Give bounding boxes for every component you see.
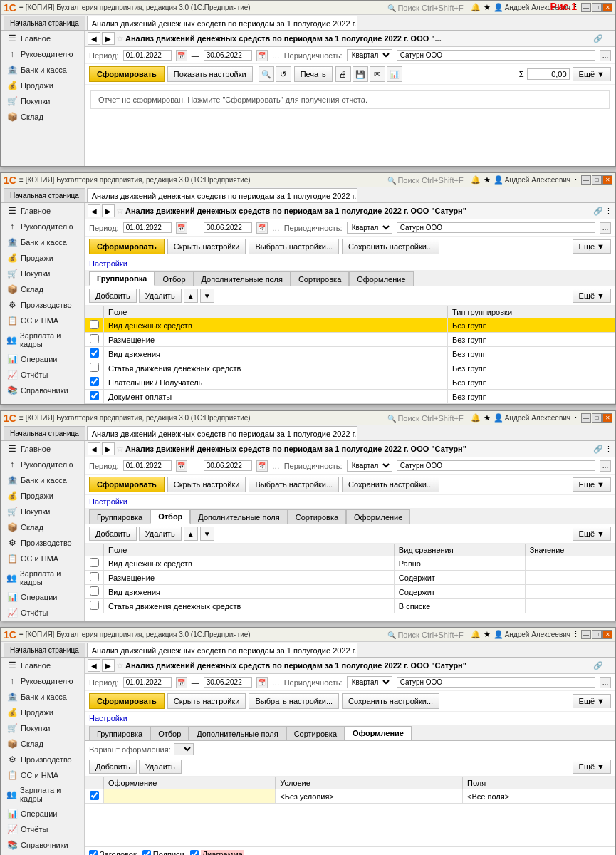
period-type-select-2[interactable]: Квартал	[347, 222, 392, 234]
date-from-4[interactable]	[123, 677, 172, 688]
sb3-glavnoe[interactable]: ☰Главное	[1, 441, 84, 457]
company-input-3[interactable]	[397, 460, 595, 471]
table-row[interactable]: Вид движения Без групп	[85, 347, 615, 361]
tab-grouping-3[interactable]: Группировка	[89, 509, 150, 524]
maximize-btn-2[interactable]: □	[592, 175, 602, 185]
up-btn-2[interactable]: ▲	[184, 289, 198, 303]
table-row[interactable]: Вид денежных средств Равно	[85, 556, 615, 571]
date-from-picker-1[interactable]: 📅	[176, 50, 187, 61]
sb2-zp[interactable]: 👥Зарплата и кадры	[1, 328, 84, 351]
save-settings-btn-3[interactable]: Сохранить настройки...	[342, 477, 439, 492]
table-row[interactable]: <Без условия> <Все поля>	[85, 789, 615, 804]
menu-dots-icon-2[interactable]: ⋮	[572, 175, 580, 185]
tab-design-2[interactable]: Оформление	[349, 271, 413, 286]
sb2-rukov[interactable]: ↑Руководителю	[1, 219, 84, 234]
back-btn-1[interactable]: ◀	[88, 32, 100, 45]
close-btn-3[interactable]: ✕	[602, 413, 612, 423]
star-fav-2[interactable]: ☆	[116, 206, 124, 216]
ellipsis-4[interactable]: …	[272, 678, 280, 687]
doc-tab-1[interactable]: Анализ движений денежных средств по пери…	[87, 16, 357, 30]
sidebar-item-glavnoe-1[interactable]: ☰ Главное	[1, 31, 84, 46]
choose-settings-btn-3[interactable]: Выбрать настройки...	[249, 477, 339, 492]
date-to-2[interactable]	[204, 222, 252, 233]
down-btn-2[interactable]: ▼	[200, 289, 214, 303]
sb4-rukov[interactable]: ↑Руководителю	[1, 673, 84, 689]
home-tab-2[interactable]: Начальная страница	[4, 188, 85, 202]
row2-check-2[interactable]	[85, 333, 104, 347]
save-settings-btn-4[interactable]: Сохранить настройки...	[342, 693, 439, 709]
search-area-1[interactable]: 🔍 Поиск Ctrl+Shift+F	[387, 4, 464, 12]
table-row[interactable]: Статья движения денежных средств В списк…	[85, 599, 615, 613]
esche-btn2-2[interactable]: Ещё ▼	[573, 289, 611, 303]
date-from-2[interactable]	[123, 222, 172, 233]
sidebar-item-rukov-1[interactable]: ↑ Руководителю	[1, 46, 84, 62]
check-6-2[interactable]	[90, 391, 99, 400]
zagolovok-checkbox[interactable]	[89, 850, 98, 855]
menu-dots-icon-3[interactable]: ⋮	[572, 413, 580, 423]
sb3-bank[interactable]: 🏦Банк и касса	[1, 472, 84, 488]
more-icon-1[interactable]: ⋮	[605, 34, 612, 43]
sb4-bank[interactable]: 🏦Банк и касса	[1, 689, 84, 705]
delete-btn-3[interactable]: Удалить	[139, 527, 182, 541]
company-input-1[interactable]	[397, 50, 595, 61]
sb4-pokupki[interactable]: 🛒Покупки	[1, 720, 84, 736]
form-btn-3[interactable]: Сформировать	[89, 477, 165, 492]
date-to-picker-4[interactable]: 📅	[256, 677, 268, 688]
email-icon-1[interactable]: ✉	[370, 66, 385, 82]
esche-btn-2[interactable]: Ещё ▼	[573, 239, 611, 254]
d-check-1-4[interactable]	[90, 791, 99, 800]
home-tab-4[interactable]: Начальная страница	[4, 643, 85, 657]
doc-tab-3[interactable]: Анализ движений денежных средств по пери…	[87, 426, 357, 440]
tab-sort-2[interactable]: Сортировка	[291, 271, 349, 286]
esche-btn2-3[interactable]: Ещё ▼	[573, 527, 611, 541]
forward-btn-3[interactable]: ▶	[102, 442, 115, 455]
sb2-bank[interactable]: 🏦Банк и касса	[1, 234, 84, 250]
show-settings-btn-1[interactable]: Показать настройки	[167, 66, 253, 82]
star-icon-2[interactable]: ★	[484, 175, 491, 185]
sb3-proizv[interactable]: ⚙Производство	[1, 535, 84, 551]
maximize-btn-1[interactable]: □	[592, 3, 602, 12]
tab-design-4[interactable]: Оформление	[345, 726, 412, 740]
sb2-pokupki[interactable]: 🛒Покупки	[1, 266, 84, 281]
ellipsis-1[interactable]: …	[272, 51, 280, 60]
star-fav-3[interactable]: ☆	[116, 444, 124, 454]
maximize-btn-4[interactable]: □	[592, 630, 602, 639]
choose-settings-btn-2[interactable]: Выбрать настройки...	[249, 239, 339, 254]
date-to-picker-1[interactable]: 📅	[256, 50, 268, 61]
f-check-4-3[interactable]	[90, 601, 99, 610]
ellipsis-2[interactable]: …	[272, 224, 280, 232]
minimize-btn-2[interactable]: —	[581, 175, 591, 185]
period-type-select-4[interactable]: Квартал	[347, 676, 392, 688]
print-icon-1[interactable]: 🖨	[335, 66, 351, 82]
search-icon-btn-1[interactable]: 🔍	[259, 66, 274, 82]
tab-grouping-2[interactable]: Группировка	[89, 271, 155, 286]
link-icon-2[interactable]: 🔗	[593, 207, 603, 216]
sb4-ops[interactable]: 📊Операции	[1, 806, 84, 822]
form-btn-4[interactable]: Сформировать	[89, 693, 165, 709]
sb4-glavnoe[interactable]: ☰Главное	[1, 658, 84, 673]
sb2-prodazhi[interactable]: 💰Продажи	[1, 250, 84, 266]
home-tab-3[interactable]: Начальная страница	[4, 426, 85, 440]
sb2-refs[interactable]: 📚Справочники	[1, 383, 84, 398]
esche-btn2-4[interactable]: Ещё ▼	[573, 760, 611, 774]
sb2-ops[interactable]: 📊Операции	[1, 351, 84, 367]
row4-check-2[interactable]	[85, 361, 104, 375]
check-5-2[interactable]	[90, 377, 99, 386]
tab-design-3[interactable]: Оформление	[346, 509, 410, 524]
sidebar-item-bank-1[interactable]: 🏦 Банк и касса	[1, 62, 84, 78]
tab-extra-fields-4[interactable]: Дополнительные поля	[189, 726, 286, 740]
tab-filter-3[interactable]: Отбор	[150, 509, 190, 524]
print-btn-1[interactable]: Печать	[294, 66, 333, 82]
sb3-reports[interactable]: 📈Отчёты	[1, 605, 84, 621]
sb3-prodazhi[interactable]: 💰Продажи	[1, 488, 84, 504]
sb2-glavnoe[interactable]: ☰Главное	[1, 203, 84, 219]
star-icon-4[interactable]: ★	[484, 630, 491, 639]
add-btn-4[interactable]: Добавить	[89, 760, 137, 774]
f-check-1-3[interactable]	[90, 558, 99, 567]
date-from-picker-3[interactable]: 📅	[176, 460, 187, 472]
forward-btn-2[interactable]: ▶	[102, 204, 115, 217]
sidebar-item-prodazhi-1[interactable]: 💰 Продажи	[1, 78, 84, 93]
search-area-4[interactable]: 🔍 Поиск Ctrl+Shift+F	[387, 631, 464, 639]
row1-check-2[interactable]	[85, 318, 104, 333]
esche-btn-3[interactable]: Ещё ▼	[573, 477, 611, 492]
